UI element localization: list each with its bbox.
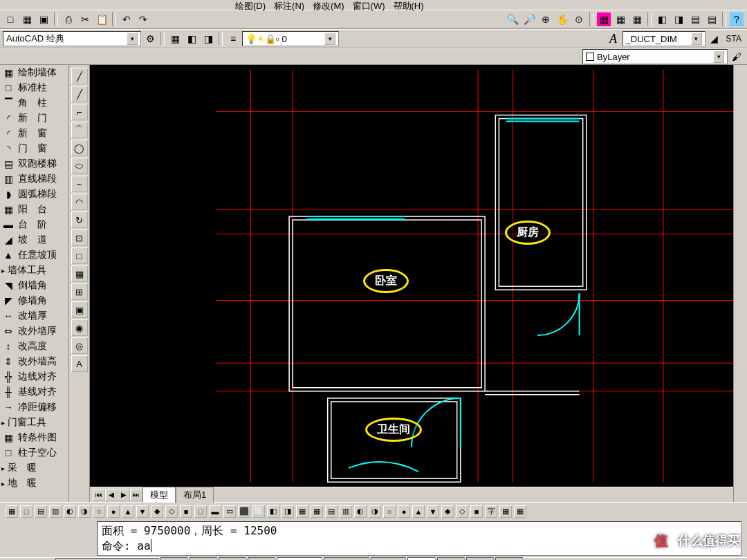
cut-icon[interactable]: ✂	[77, 12, 93, 27]
status-toggle[interactable]: 模型	[466, 557, 494, 561]
zoom-window-icon[interactable]: 🔎	[522, 12, 537, 27]
color-dropdown[interactable]: ByLayer ▾	[582, 49, 728, 64]
tool-item[interactable]: ◜新 窗	[0, 126, 68, 141]
status-toggle[interactable]: 对象追踪	[324, 557, 369, 561]
status-toggle[interactable]: 极轴	[248, 557, 275, 561]
open-icon[interactable]: ▦	[19, 12, 35, 27]
tb-sta-icon[interactable]: ◢	[707, 31, 722, 46]
tab-next-icon[interactable]: ▶	[118, 489, 130, 501]
tool-item[interactable]: ▤双跑楼梯	[0, 156, 68, 171]
ws-icon[interactable]: ⚙	[142, 31, 158, 46]
section-wall-tools[interactable]: 墙体工具	[0, 263, 68, 278]
workspace-dropdown[interactable]: AutoCAD 经典 ▾	[3, 31, 141, 46]
mini-tool-icon[interactable]: ▲	[412, 505, 425, 518]
undo-icon[interactable]: ↶	[119, 12, 134, 27]
mini-tool-icon[interactable]: ▦	[499, 505, 512, 518]
tab-model[interactable]: 模型	[142, 487, 176, 503]
scrollbar-vertical[interactable]	[733, 65, 747, 502]
tool-item[interactable]: ╬边线对齐	[0, 369, 68, 384]
tb2-icon3[interactable]: ◨	[201, 31, 216, 46]
draw-tool-button[interactable]: ⬭	[71, 158, 88, 174]
tool-item[interactable]: ◗圆弧梯段	[0, 187, 68, 202]
tool-item[interactable]: ▦绘制墙体	[0, 65, 68, 80]
layer-dropdown[interactable]: 💡☀🔒▫ 0 ▾	[242, 31, 339, 46]
draw-tool-button[interactable]: ╱	[71, 68, 88, 84]
status-toggle[interactable]: DYN	[407, 557, 436, 561]
match-prop-icon[interactable]: 🖌	[729, 49, 744, 64]
tab-prev-icon[interactable]: ◀	[105, 489, 118, 501]
status-toggle[interactable]: DUCS	[371, 557, 406, 561]
draw-tool-button[interactable]: ⌐	[71, 104, 88, 120]
mini-tool-icon[interactable]: ▼	[427, 505, 439, 518]
draw-tool-button[interactable]: ◎	[71, 337, 88, 354]
draw-tool-button[interactable]: ▣	[71, 301, 88, 318]
section-door-tools[interactable]: 门窗工具	[0, 415, 68, 430]
tool-item[interactable]: →净距偏移	[0, 400, 68, 415]
menu-window[interactable]: 窗口(W)	[353, 0, 385, 10]
zoom-icon[interactable]: 🔍	[505, 12, 520, 27]
mini-tool-icon[interactable]: ○	[383, 505, 396, 518]
status-toggle[interactable]: 对象捕捉	[277, 557, 322, 561]
tool-item[interactable]: ◝门 窗	[0, 141, 68, 156]
help-icon[interactable]: ?	[729, 12, 744, 27]
draw-tool-button[interactable]: ⊡	[71, 230, 88, 246]
tool-item[interactable]: ↔改墙厚	[0, 308, 68, 324]
tool-item[interactable]: ◜新 门	[0, 111, 68, 126]
section-heating[interactable]: 采 暖	[0, 460, 68, 476]
mini-tool-icon[interactable]: ▲	[122, 505, 134, 518]
orbit-icon[interactable]: ⊙	[571, 12, 587, 27]
mini-tool-icon[interactable]: ▥	[340, 505, 352, 518]
tool-item[interactable]: ▦阳 台	[0, 202, 68, 217]
tool-item[interactable]: ◢坡 道	[0, 232, 68, 248]
menu-dim[interactable]: 标注(N)	[274, 0, 304, 10]
tab-layout1[interactable]: 布局1	[176, 487, 214, 503]
prop7-icon[interactable]: ▤	[704, 12, 719, 27]
draw-tool-button[interactable]: ▦	[71, 265, 88, 282]
mini-tool-icon[interactable]: ●	[398, 505, 410, 518]
command-window[interactable]: 面积 = 9750000，周长 = 12500 命令: aa	[97, 521, 741, 556]
section-floor-heating[interactable]: 地 暖	[0, 476, 68, 491]
tool-item[interactable]: □柱子空心	[0, 445, 68, 460]
tool-item[interactable]: ▬台 阶	[0, 217, 68, 232]
tool-item[interactable]: ▔角 柱	[0, 95, 68, 111]
status-toggle[interactable]: 捕捉	[160, 557, 188, 561]
mini-tool-icon[interactable]: ◑	[369, 505, 381, 518]
mini-tool-icon[interactable]: ■	[470, 505, 483, 518]
status-toggle[interactable]: 栅格	[190, 557, 217, 561]
mini-tool-icon[interactable]: ▦	[6, 505, 18, 518]
mini-tool-icon[interactable]: □	[20, 505, 33, 518]
textstyle-icon[interactable]: A	[606, 31, 621, 46]
mini-tool-icon[interactable]: ◇	[456, 505, 468, 518]
mini-tool-icon[interactable]: ▦	[296, 505, 308, 518]
prop3-icon[interactable]: ▦	[629, 12, 645, 27]
mini-tool-icon[interactable]: ◧	[267, 505, 279, 518]
tool-item[interactable]: ◥倒墙角	[0, 278, 68, 293]
draw-tool-button[interactable]: A	[71, 355, 88, 372]
mini-tool-icon[interactable]: ⬛	[238, 505, 250, 518]
tool-item[interactable]: ▦转条件图	[0, 430, 68, 445]
mini-tool-icon[interactable]: ▤	[35, 505, 47, 518]
pan-icon[interactable]: ✋	[555, 12, 570, 27]
prop4-icon[interactable]: ◧	[654, 12, 670, 27]
copy-icon[interactable]: 📋	[94, 12, 109, 27]
mini-tool-icon[interactable]: ◑	[78, 505, 91, 518]
tool-item[interactable]: ▥直线梯段	[0, 171, 68, 187]
mini-tool-icon[interactable]: 字	[485, 505, 497, 518]
prop-icon[interactable]: ▦	[596, 12, 611, 27]
textstyle-dropdown[interactable]: _DUCT_DIM ▾	[622, 31, 706, 46]
menu-draw[interactable]: 绘图(D)	[235, 0, 266, 10]
print-icon[interactable]: ⎙	[61, 12, 76, 27]
zoom-extents-icon[interactable]: ⊕	[538, 12, 553, 27]
menu-help[interactable]: 帮助(H)	[394, 0, 424, 10]
tool-item[interactable]: ▲任意坡顶	[0, 248, 68, 263]
prop2-icon[interactable]: ▦	[613, 12, 628, 27]
mini-tool-icon[interactable]: ◆	[151, 505, 163, 518]
draw-tool-button[interactable]: ↻	[71, 212, 88, 228]
draw-tool-button[interactable]: ╱	[71, 86, 88, 102]
tab-last-icon[interactable]: ⏭	[130, 489, 142, 501]
mini-tool-icon[interactable]: ▭	[223, 505, 236, 518]
redo-icon[interactable]: ↷	[136, 12, 151, 27]
draw-tool-button[interactable]: □	[71, 248, 88, 264]
draw-tool-button[interactable]: ◠	[71, 194, 88, 210]
tool-item[interactable]: ╫基线对齐	[0, 384, 68, 400]
